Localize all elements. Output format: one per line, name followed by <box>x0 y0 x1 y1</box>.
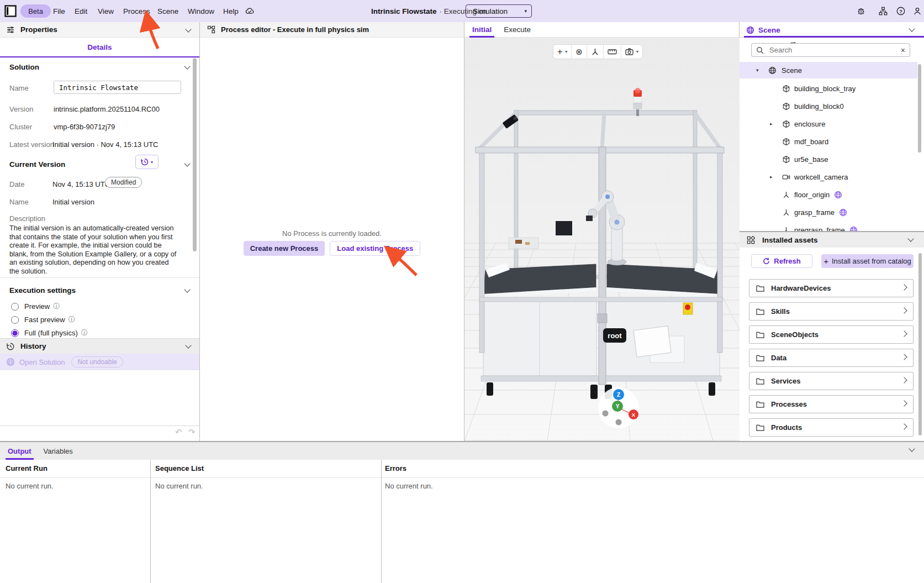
tab-variables[interactable]: Variables <box>41 442 75 460</box>
chevron-down-icon[interactable] <box>184 63 190 69</box>
help-icon[interactable]: ? <box>896 6 906 16</box>
radio-circle-icon <box>11 329 19 337</box>
caret-expanded-icon[interactable]: ▾ <box>756 67 759 73</box>
load-existing-process-button[interactable]: Load existing Process <box>330 241 420 256</box>
chevron-down-icon <box>185 26 191 32</box>
world-frame-globe-icon <box>839 208 847 217</box>
scene-panel-tabs: Scene Services <box>740 22 924 38</box>
process-editor-header: Process editor - Execute in full physics… <box>200 22 464 38</box>
chevron-down-icon: ▾ <box>565 49 567 54</box>
column-divider <box>150 460 151 583</box>
asset-folder-products[interactable]: Products <box>749 418 914 437</box>
environment-select[interactable]: Simulation▾ <box>466 4 532 18</box>
properties-scrollbar[interactable] <box>193 58 197 251</box>
org-chart-icon[interactable] <box>878 6 888 16</box>
tree-row[interactable]: grasp_frame <box>740 204 917 220</box>
tab-details[interactable]: Details <box>0 38 199 57</box>
tab-execute[interactable]: Execute <box>501 22 534 38</box>
tree-row-scene-root[interactable]: ▾ Scene <box>740 62 917 78</box>
plus-icon: + <box>823 256 828 266</box>
chevron-right-icon <box>901 400 907 406</box>
menu-process[interactable]: Process <box>123 0 150 22</box>
mdf-board <box>633 326 671 357</box>
chevron-right-icon <box>901 354 907 360</box>
svg-text:Y: Y <box>616 403 620 409</box>
gizmo-axis-dot[interactable] <box>603 411 609 417</box>
menu-window[interactable]: Window <box>188 0 214 22</box>
chevron-down-icon <box>185 342 191 348</box>
tree-row[interactable]: ▸ enclosure <box>740 115 917 132</box>
tree-row[interactable]: ur5e_base <box>740 151 917 167</box>
column-header-current-run: Current Run <box>6 464 47 472</box>
globe-icon <box>6 358 15 366</box>
chevron-right-icon <box>901 307 907 313</box>
tab-output[interactable]: Output <box>6 442 34 460</box>
clear-search-icon[interactable]: × <box>901 46 905 55</box>
tree-row[interactable]: building_block0 <box>740 98 917 114</box>
menu-edit[interactable]: Edit <box>75 0 87 22</box>
installed-assets-header[interactable]: Installed assets <box>740 231 924 248</box>
tab-scene[interactable]: Scene <box>744 22 924 38</box>
properties-panel-header[interactable]: Properties <box>0 22 199 38</box>
caret-collapsed-icon[interactable]: ▸ <box>770 174 773 180</box>
bug-report-icon[interactable] <box>856 6 866 16</box>
cloud-sync-icon[interactable] <box>245 6 255 16</box>
radio-preview[interactable]: Preview ⓘ <box>11 302 60 311</box>
tree-row[interactable]: building_block_tray <box>740 80 917 97</box>
tree-row[interactable]: ▸ workcell_camera <box>740 169 917 185</box>
video-camera-icon <box>782 173 790 181</box>
frame-axes-button[interactable] <box>587 45 603 59</box>
radio-full-physics[interactable]: Full (full physics) ⓘ <box>11 328 88 338</box>
create-new-process-button[interactable]: Create new Process <box>244 241 325 256</box>
history-entry-open-solution[interactable]: Open Solution Not undoable <box>0 354 199 370</box>
camera-snapshot-button[interactable]: ▾ <box>621 45 642 59</box>
history-section-header[interactable]: History <box>0 338 199 354</box>
install-asset-button[interactable]: + Install asset from catalog <box>821 254 914 268</box>
viewport-tabs: Initial Execute <box>464 22 739 38</box>
svg-text:Z: Z <box>617 392 620 398</box>
asset-folder-hardwaredevices[interactable]: HardwareDevices <box>749 279 914 297</box>
menu-help[interactable]: Help <box>223 0 239 22</box>
output-panel: Output Variables Current Run Sequence Li… <box>0 441 924 583</box>
menu-file[interactable]: File <box>53 0 65 22</box>
cluster-value: vmp-6f3b-9071zj79 <box>54 123 115 131</box>
solution-name-input[interactable] <box>54 81 181 94</box>
orientation-gizmo[interactable]: Z Y X <box>598 387 639 428</box>
tree-row[interactable]: floor_origin <box>740 186 917 203</box>
chevron-down-icon[interactable] <box>184 286 190 292</box>
gizmo-axis-dot[interactable] <box>616 419 622 426</box>
asset-folder-processes[interactable]: Processes <box>749 395 914 413</box>
menu-view[interactable]: View <box>98 0 114 22</box>
chevron-down-icon[interactable] <box>184 160 190 166</box>
asset-folder-sceneobjects[interactable]: SceneObjects <box>749 325 914 344</box>
asset-folder-data[interactable]: Data <box>749 349 914 367</box>
search-input[interactable] <box>768 45 901 55</box>
tab-initial[interactable]: Initial <box>469 22 494 38</box>
tree-row[interactable]: mdf_board <box>740 133 917 150</box>
tree-row[interactable]: pregrasp_frame <box>740 222 917 231</box>
svg-text:X: X <box>632 412 636 418</box>
refresh-button[interactable]: Refresh <box>751 254 812 268</box>
account-icon[interactable] <box>912 6 922 16</box>
version-name-label: Name <box>9 198 29 206</box>
assets-scrollbar[interactable] <box>918 253 922 435</box>
info-icon[interactable]: ⓘ <box>68 315 75 324</box>
tree-scrollbar[interactable] <box>918 64 921 153</box>
undo-icon[interactable]: ↶ <box>175 427 182 437</box>
version-history-button[interactable]: ▾ <box>135 155 159 169</box>
info-icon[interactable]: ⓘ <box>53 302 60 311</box>
world-frame-globe-icon <box>834 191 842 199</box>
caret-collapsed-icon[interactable]: ▸ <box>770 121 773 127</box>
add-button[interactable]: +▾ <box>553 45 571 59</box>
column-header-errors: Errors <box>385 464 406 472</box>
asset-folder-skills[interactable]: Skills <box>749 302 914 321</box>
info-icon[interactable]: ⓘ <box>81 328 88 338</box>
workcell-3d-scene[interactable]: Z Y X <box>464 38 740 441</box>
deselect-button[interactable]: ⊗ <box>572 45 587 59</box>
radio-fast-preview[interactable]: Fast preview ⓘ <box>11 315 75 324</box>
collapse-panel-icon[interactable] <box>909 445 915 451</box>
menu-scene[interactable]: Scene <box>157 0 178 22</box>
asset-folder-services[interactable]: Services <box>749 372 914 390</box>
measure-button[interactable] <box>604 45 621 59</box>
redo-icon[interactable]: ↷ <box>188 427 196 437</box>
